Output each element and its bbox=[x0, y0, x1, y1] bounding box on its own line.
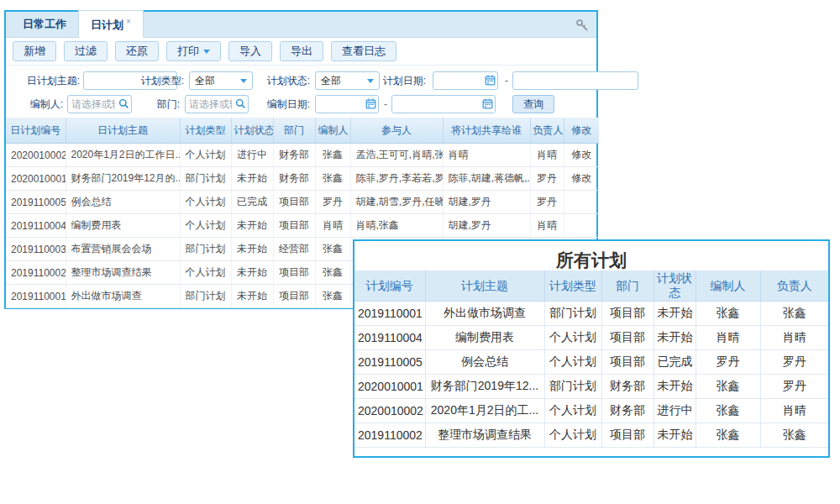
plan-subject-link[interactable]: 整理市场调查结果 bbox=[66, 261, 180, 285]
table-cell: 未开始 bbox=[231, 238, 273, 261]
table-cell: 整理市场调查结果 bbox=[425, 423, 544, 448]
table-cell: 未开始 bbox=[231, 214, 273, 238]
dept-label: 部门: bbox=[128, 95, 180, 113]
owner-link[interactable]: 罗丹 bbox=[530, 167, 564, 191]
table-cell: 进行中 bbox=[231, 144, 273, 167]
plan-id-link[interactable]: 2019110005 bbox=[6, 191, 66, 214]
table-cell: 项目部 bbox=[273, 191, 315, 214]
print-button[interactable]: 打印 bbox=[166, 41, 221, 61]
table-cell: 罗丹 bbox=[760, 350, 828, 375]
table-cell: 项目部 bbox=[601, 350, 654, 375]
plan-date-to-input[interactable] bbox=[512, 71, 638, 90]
table-cell: 未开始 bbox=[654, 302, 696, 326]
search-icon[interactable] bbox=[235, 98, 246, 109]
table-cell: 经营部 bbox=[273, 238, 315, 261]
filter-button[interactable]: 过滤 bbox=[64, 41, 108, 61]
tab-daily-work[interactable]: 日常工作 bbox=[11, 11, 78, 37]
modify-link[interactable]: 修改 bbox=[564, 144, 599, 167]
col-header-plan-id: 日计划编号 bbox=[6, 118, 66, 144]
import-button[interactable]: 导入 bbox=[228, 41, 272, 61]
table-row: 2019110001外出做市场调查部门计划项目部未开始张鑫张鑫 bbox=[354, 302, 828, 326]
table-cell: 部门计划 bbox=[544, 302, 601, 326]
table-cell: 未开始 bbox=[231, 167, 273, 191]
table-cell: 个人计划 bbox=[544, 399, 601, 423]
table-cell: 例会总结 bbox=[425, 350, 544, 375]
plan-type-value: 全部 bbox=[195, 74, 215, 88]
table-header-row: 日计划编号 日计划主题 计划类型 计划状态 部门 编制人 参与人 将计划共享给谁… bbox=[6, 118, 599, 144]
table-cell: 外出做市场调查 bbox=[425, 302, 544, 326]
col-header-status: 计划状态 bbox=[654, 270, 696, 302]
plan-id-link[interactable]: 2019110002 bbox=[6, 261, 66, 285]
tab-daily-plan[interactable]: 日计划× bbox=[78, 10, 144, 38]
all-plans-panel: 所有计划 计划编号 计划主题 计划类型 部门 计划状态 编制人 负责人 2019… bbox=[353, 239, 830, 458]
plan-id-link[interactable]: 2019110004 bbox=[6, 214, 66, 238]
table-cell: 进行中 bbox=[654, 399, 696, 423]
export-button[interactable]: 导出 bbox=[280, 41, 323, 61]
plan-status-select[interactable]: 全部 bbox=[315, 71, 380, 90]
plan-subject-link[interactable]: 财务部门2019年12月的... bbox=[66, 167, 180, 191]
table-cell: 2019110002 bbox=[354, 423, 425, 448]
owner-link[interactable]: 罗丹 bbox=[530, 191, 564, 214]
plan-status-select-wrap: 全部 bbox=[315, 71, 380, 90]
plan-type-select[interactable]: 全部 bbox=[189, 71, 253, 90]
date-range-separator: - bbox=[384, 95, 387, 113]
table-cell: 张鑫 bbox=[696, 375, 760, 399]
table-cell: 项目部 bbox=[601, 302, 654, 326]
table-row: 2019110005例会总结个人计划项目部已完成罗丹罗丹 bbox=[354, 350, 828, 375]
plan-status-label: 计划状态: bbox=[258, 71, 310, 90]
date-range-separator: - bbox=[505, 71, 508, 90]
owner-link[interactable]: 肖晴 bbox=[530, 144, 564, 167]
share-with-cell: 肖晴 bbox=[443, 144, 530, 167]
table-cell: 已完成 bbox=[231, 191, 273, 214]
owner-link[interactable]: 肖晴 bbox=[530, 214, 564, 238]
table-cell: 财务部 bbox=[273, 144, 315, 167]
table-cell: 项目部 bbox=[273, 214, 315, 238]
table-cell: 2020010002 bbox=[354, 399, 425, 423]
table-cell: 2020年1月2日的工... bbox=[425, 399, 544, 423]
share-with-cell: 胡建,罗丹 bbox=[443, 191, 530, 214]
created-date-to-wrap bbox=[391, 95, 496, 113]
modify-link bbox=[564, 214, 599, 238]
col-header-owner: 负责人 bbox=[760, 270, 828, 302]
table-cell: 个人计划 bbox=[544, 350, 601, 375]
table-cell: 部门计划 bbox=[544, 375, 601, 399]
created-date-to-input[interactable] bbox=[391, 95, 496, 113]
plan-id-link[interactable]: 2019110003 bbox=[6, 238, 66, 261]
plan-subject-link[interactable]: 2020年1月2日的工作日... bbox=[66, 144, 180, 167]
search-button[interactable]: 查询 bbox=[512, 95, 554, 113]
table-cell: 部门计划 bbox=[180, 238, 231, 261]
plan-id-link[interactable]: 2019110001 bbox=[6, 285, 66, 308]
calendar-icon[interactable] bbox=[365, 98, 376, 109]
table-cell: 编制费用表 bbox=[425, 326, 544, 350]
col-header-dept: 部门 bbox=[601, 270, 654, 302]
table-cell: 张鑫 bbox=[315, 167, 350, 191]
calendar-icon[interactable] bbox=[485, 75, 496, 86]
table-cell: 肖晴 bbox=[760, 326, 828, 350]
table-cell: 未开始 bbox=[231, 261, 273, 285]
plan-subject-link[interactable]: 布置营销展会会场 bbox=[66, 238, 180, 261]
table-cell: 张鑫 bbox=[315, 261, 350, 285]
plan-subject-link[interactable]: 编制费用表 bbox=[66, 214, 180, 238]
add-button[interactable]: 新增 bbox=[13, 41, 56, 61]
table-cell: 肖晴 bbox=[315, 214, 350, 238]
key-icon[interactable] bbox=[575, 18, 589, 32]
table-cell: 财务部 bbox=[601, 399, 654, 423]
chevron-down-icon bbox=[367, 79, 374, 83]
view-log-button[interactable]: 查看日志 bbox=[331, 41, 396, 61]
plan-type-label: 计划类型: bbox=[132, 71, 184, 90]
table-cell: 张鑫 bbox=[315, 144, 350, 167]
plan-id-link[interactable]: 2020010001 bbox=[6, 167, 66, 191]
col-header-creator: 编制人 bbox=[696, 270, 760, 302]
created-date-label: 编制日期: bbox=[258, 95, 310, 113]
restore-button[interactable]: 还原 bbox=[115, 41, 159, 61]
close-icon[interactable]: × bbox=[126, 17, 131, 26]
table-cell: 个人计划 bbox=[180, 261, 231, 285]
calendar-icon[interactable] bbox=[482, 98, 493, 109]
creator-input-wrap bbox=[67, 95, 132, 113]
modify-link[interactable]: 修改 bbox=[564, 167, 599, 191]
plan-date-to-wrap bbox=[512, 71, 638, 90]
plan-id-link[interactable]: 2020010002 bbox=[6, 144, 66, 167]
plan-subject-link[interactable]: 例会总结 bbox=[66, 191, 180, 214]
table-cell: 罗丹 bbox=[315, 191, 350, 214]
plan-subject-link[interactable]: 外出做市场调查 bbox=[66, 285, 180, 308]
